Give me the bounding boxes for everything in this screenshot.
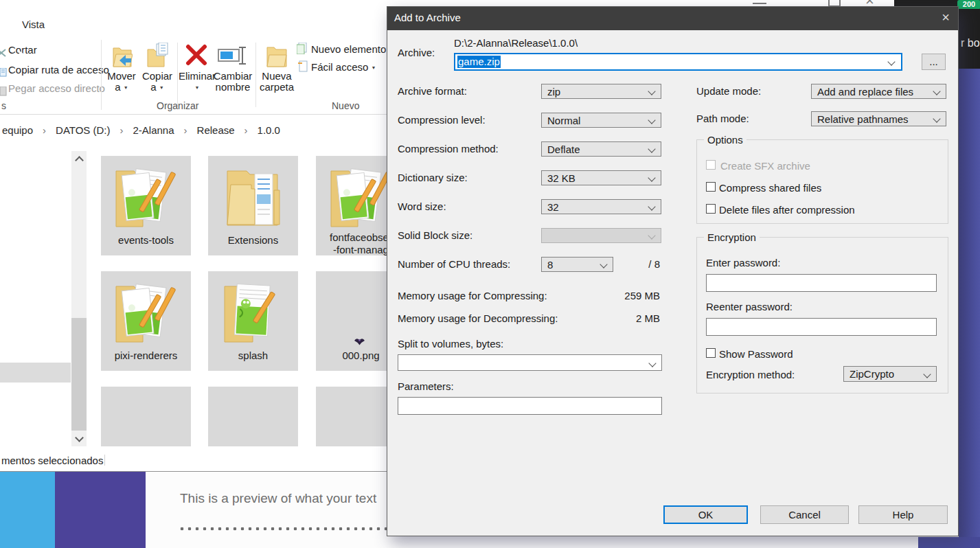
compress-shared-checkbox[interactable] — [706, 182, 716, 192]
group-organize-label: Organizar — [157, 100, 198, 111]
file-tile-empty[interactable] — [208, 387, 298, 446]
breadcrumb-item[interactable]: equipo — [2, 124, 33, 136]
play-icon[interactable] — [19, 15, 25, 23]
group-clipboard-label: s — [1, 100, 6, 111]
ribbon-easy-access[interactable]: Fácil acceso ▼ — [311, 61, 376, 73]
browse-button[interactable]: ... — [922, 54, 946, 70]
background-purple-patch — [918, 537, 980, 548]
background-partial-text: r bo — [961, 37, 980, 49]
file-tile-pixi-renderers[interactable]: pixi-renderers — [101, 271, 191, 371]
cpu-threads-label: Number of CPU threads: — [398, 258, 510, 270]
rename-icon — [218, 45, 248, 66]
scroll-up-icon[interactable] — [75, 156, 84, 165]
chevron-down-icon — [600, 260, 607, 268]
chevron-down-icon — [648, 145, 655, 152]
cut-icon — [0, 48, 6, 58]
show-password-checkbox[interactable] — [706, 348, 716, 358]
dictionary-size-label: Dictionary size: — [398, 172, 468, 183]
memory-decompress-label: Memory usage for Decompressing: — [398, 312, 558, 324]
update-mode-label: Update mode: — [696, 85, 761, 97]
dictionary-size-select[interactable]: 32 KB — [541, 170, 661, 185]
chevron-down-icon — [923, 370, 931, 378]
reenter-password-label: Reenter password: — [706, 301, 793, 312]
image-file-icon — [354, 336, 365, 346]
play-icon[interactable] — [19, 51, 25, 59]
word-size-select[interactable]: 32 — [541, 199, 661, 214]
file-tile-empty[interactable] — [101, 387, 191, 446]
breadcrumb-item[interactable]: DATOS (D:) — [56, 124, 110, 136]
delete-after-label: Delete files after compression — [719, 204, 855, 216]
minimize-icon[interactable] — [753, 3, 766, 4]
ribbon-rename[interactable]: Cambiar nombre — [212, 71, 254, 93]
parameters-input[interactable] — [398, 397, 662, 415]
solid-block-size-select — [541, 228, 661, 243]
options-legend: Options — [704, 134, 747, 146]
file-tile-events-tools[interactable]: events-tools — [101, 156, 191, 255]
cpu-threads-select[interactable]: 8 — [541, 257, 613, 272]
archive-label: Archive: — [398, 47, 435, 58]
folder-icon — [112, 161, 181, 233]
file-label: splash — [208, 350, 298, 362]
show-password-label: Show Password — [719, 348, 793, 360]
dropdown-caret: ▼ — [372, 65, 376, 70]
chevron-down-icon — [648, 116, 655, 124]
parameters-label: Parameters: — [398, 380, 454, 392]
archive-name-input[interactable]: game.zip — [454, 53, 902, 71]
dropdown-caret: ▼ — [159, 85, 164, 90]
dialog-titlebar[interactable]: Add to Archive × — [387, 7, 958, 30]
chevron-down-icon[interactable] — [887, 58, 895, 65]
cancel-button[interactable]: Cancel — [760, 505, 849, 524]
copy-to-icon — [147, 43, 169, 68]
delete-icon — [185, 44, 207, 66]
ribbon-separator — [101, 40, 102, 110]
background-purple-strip — [959, 69, 980, 548]
split-volumes-label: Split to volumes, bytes: — [398, 338, 503, 350]
encryption-method-select[interactable]: ZipCrypto — [843, 366, 937, 382]
path-mode-label: Path mode: — [696, 113, 749, 124]
breadcrumb: equipo › DATOS (D:) › 2-Alanna › Release… — [2, 124, 280, 136]
add-to-archive-dialog: Add to Archive × Archive: D:\2-Alanna\Re… — [387, 6, 959, 536]
file-label: Extensions — [208, 234, 298, 247]
scrollbar[interactable] — [71, 151, 87, 446]
ribbon-copy-path[interactable]: Copiar ruta de acceso — [8, 64, 109, 76]
compression-level-select[interactable]: Normal — [541, 113, 661, 128]
scroll-down-icon[interactable] — [75, 433, 84, 442]
ribbon-new-folder[interactable]: Nueva carpeta — [259, 71, 295, 93]
compression-method-select[interactable]: Deflate — [541, 141, 661, 157]
archive-format-select[interactable]: zip — [541, 84, 661, 99]
dialog-title: Add to Archive — [394, 12, 461, 23]
breadcrumb-item[interactable]: 2-Alanna — [133, 124, 174, 136]
path-mode-select[interactable]: Relative pathnames — [811, 111, 946, 126]
group-new-label: Nuevo — [332, 100, 359, 111]
scrollbar-thumb[interactable] — [71, 318, 87, 431]
ok-button[interactable]: OK — [663, 505, 748, 524]
status-bar: mentos seleccionados — [0, 446, 387, 472]
enter-password-input[interactable] — [706, 274, 937, 292]
chevron-right-icon: › — [184, 124, 187, 136]
new-folder-icon — [266, 43, 288, 68]
encryption-legend: Encryption — [704, 231, 760, 243]
preview-text: This is a preview of what your text — [180, 491, 376, 506]
breadcrumb-item[interactable]: 1.0.0 — [258, 124, 280, 136]
preview-purple-sidebar — [55, 472, 146, 548]
update-mode-select[interactable]: Add and replace files — [811, 84, 946, 99]
ribbon-copy-to[interactable]: Copiar a ▼ — [140, 71, 174, 93]
ribbon-new-item[interactable]: Nuevo elemento ▼ — [311, 43, 394, 55]
breadcrumb-item[interactable]: Release — [197, 124, 235, 136]
reenter-password-input[interactable] — [706, 318, 937, 336]
close-icon[interactable]: × — [942, 10, 950, 25]
chevron-down-icon — [648, 174, 655, 181]
file-tile-extensions[interactable]: Extensions — [208, 156, 298, 255]
enter-password-label: Enter password: — [706, 257, 780, 269]
delete-after-checkbox[interactable] — [706, 204, 716, 214]
preview-blue-sidebar — [0, 472, 55, 548]
help-button[interactable]: Help — [858, 505, 948, 524]
ribbon-paste-shortcut: Pegar acceso directo — [8, 82, 105, 94]
file-tile-splash[interactable]: splash — [208, 271, 298, 371]
chevron-down-icon — [648, 203, 655, 210]
split-volumes-combo[interactable] — [398, 354, 662, 371]
status-text: mentos seleccionados — [1, 455, 103, 466]
ribbon-move-to[interactable]: Mover a ▼ — [104, 71, 139, 93]
ribbon-separator — [255, 43, 256, 107]
file-label: pixi-renderers — [101, 350, 191, 362]
